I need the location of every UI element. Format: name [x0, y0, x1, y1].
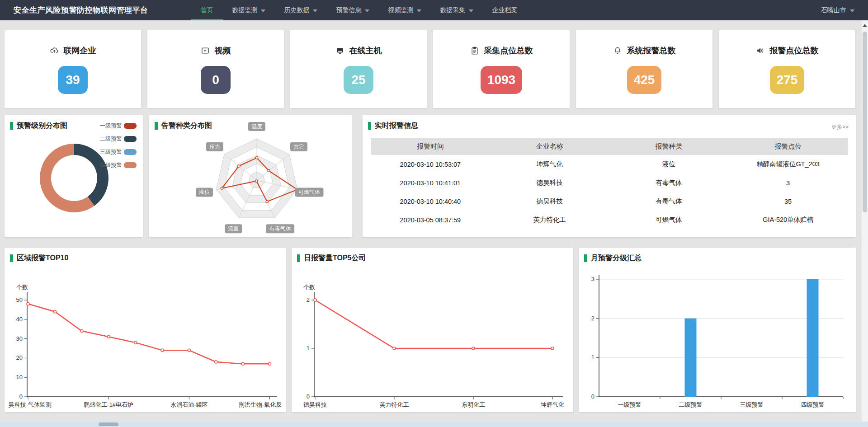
stat-value: 275	[770, 66, 805, 94]
chevron-down-icon	[469, 9, 473, 12]
svg-text:1: 1	[307, 345, 310, 352]
svg-text:0: 0	[19, 393, 23, 400]
svg-text:东明化工: 东明化工	[462, 401, 485, 408]
svg-text:温度: 温度	[251, 123, 262, 130]
table-row: 2020-03-10 10:53:07坤辉气化液位精醇南罐液位GT_203	[371, 155, 848, 174]
stat-card-collection-points: 采集点位总数 1093	[433, 30, 570, 108]
nav-item-data-monitoring[interactable]: 数据监测	[223, 0, 275, 20]
title-bar-accent	[584, 254, 587, 262]
daily-top5-line-chart: 012个数德昊科技英力特化工东明化工坤辉气化	[292, 248, 573, 412]
panel-title: 实时报警信息	[368, 121, 418, 131]
table-row: 2020-03-10 10:41:01德昊科技有毒气体3	[371, 174, 848, 192]
svg-text:英力特化工: 英力特化工	[380, 401, 409, 408]
column-header: 报警种类	[609, 142, 729, 151]
more-link[interactable]: 更多>>	[831, 123, 849, 131]
nav-item-video-monitoring[interactable]: 视频监测	[379, 0, 431, 20]
stat-value: 425	[627, 66, 662, 94]
region-selector[interactable]: 石嘴山市	[821, 0, 868, 20]
nav-item-history-data[interactable]: 历史数据	[275, 0, 327, 20]
vertical-scrollbar[interactable]	[862, 20, 868, 422]
legend-swatch	[124, 162, 137, 168]
stat-card-online-hosts: 在线主机 25	[290, 30, 427, 108]
alert-level-panel: 预警级别分布图 一级预警 二级预警 三级预警 四级预警	[5, 115, 143, 237]
horizontal-scroll-thumb[interactable]	[99, 422, 118, 426]
column-header: 报警点位	[728, 142, 848, 151]
stat-card-connected-enterprises: 联网企业 39	[5, 30, 141, 108]
svg-text:昊科技-气体监测: 昊科技-气体监测	[9, 401, 52, 408]
legend-swatch	[124, 149, 137, 155]
title-bar-accent	[155, 122, 158, 130]
realtime-alarms-panel: 实时报警信息 更多>> 报警时间 企业名称 报警种类 报警点位 2020-03-…	[363, 115, 856, 237]
svg-text:压力: 压力	[209, 144, 220, 150]
scroll-up-arrow-icon[interactable]	[863, 24, 867, 27]
svg-text:坤辉气化: 坤辉气化	[540, 401, 564, 408]
vertical-scroll-thumb[interactable]	[863, 32, 867, 212]
svg-text:液位: 液位	[198, 189, 210, 195]
chevron-down-icon	[313, 9, 317, 12]
panel-title: 告警种类分布图	[155, 121, 212, 131]
stat-label: 报警点位总数	[770, 45, 819, 56]
stat-card-alarm-points: 报警点位总数 275	[719, 30, 855, 108]
svg-text:其它: 其它	[293, 144, 304, 150]
svg-text:鹏盛化工-1#电石炉: 鹏盛化工-1#电石炉	[84, 401, 133, 408]
stat-value: 1093	[481, 66, 522, 94]
title-bar-accent	[368, 122, 371, 130]
svg-text:2: 2	[591, 315, 594, 322]
bell-icon	[613, 46, 622, 55]
column-header: 报警时间	[371, 142, 490, 151]
svg-text:个数: 个数	[303, 284, 315, 291]
video-icon	[201, 46, 210, 55]
pie-legend: 一级预警 二级预警 三级预警 四级预警	[100, 122, 137, 175]
svg-text:德昊科技: 德昊科技	[303, 401, 327, 408]
legend-item-level1[interactable]: 一级预警	[100, 122, 137, 129]
chevron-down-icon	[417, 9, 421, 12]
nav-item-alert-info[interactable]: 预警信息	[327, 0, 379, 20]
chevron-down-icon	[850, 9, 854, 12]
stat-label: 采集点位总数	[484, 45, 533, 56]
svg-text:荆洪生物-氧化反: 荆洪生物-氧化反	[239, 401, 282, 408]
monthly-summary-bar-chart: 0123一级预警二级预警三级预警四级预警	[579, 248, 856, 412]
monitor-icon	[335, 46, 344, 55]
legend-swatch	[124, 136, 137, 142]
legend-item-level3[interactable]: 三级预警	[100, 149, 137, 155]
column-header: 企业名称	[490, 142, 609, 151]
stat-label: 系统报警总数	[627, 45, 676, 56]
app-title: 安全生产风险预警防控物联网管理平台	[0, 0, 148, 20]
region-top10-panel: 区域报警TOP10 01020304050个数昊科技-气体监测鹏盛化工-1#电石…	[5, 248, 286, 412]
stat-label: 在线主机	[349, 45, 382, 56]
stat-value: 39	[58, 66, 88, 94]
nav-item-home[interactable]: 首页	[191, 0, 223, 20]
stat-card-system-alarms: 系统报警总数 425	[576, 30, 712, 108]
monthly-summary-panel: 月预警分级汇总 0123一级预警二级预警三级预警四级预警	[579, 248, 856, 412]
title-bar-accent	[10, 254, 13, 262]
legend-item-level4[interactable]: 四级预警	[100, 162, 137, 168]
legend-swatch	[124, 123, 137, 129]
svg-text:40: 40	[16, 316, 23, 323]
svg-text:四级预警: 四级预警	[801, 401, 825, 408]
cloud-upload-icon	[50, 46, 59, 55]
svg-text:3: 3	[591, 276, 594, 282]
svg-text:可燃气体: 可燃气体	[298, 189, 320, 195]
stat-label: 联网企业	[64, 45, 96, 56]
horizontal-scrollbar[interactable]	[0, 422, 868, 427]
svg-text:10: 10	[16, 374, 23, 380]
svg-text:20: 20	[16, 354, 23, 361]
alarm-table-header: 报警时间 企业名称 报警种类 报警点位	[371, 138, 848, 155]
panel-title: 预警级别分布图	[10, 121, 67, 131]
panel-title: 月预警分级汇总	[584, 253, 642, 263]
svg-text:1: 1	[591, 354, 594, 361]
svg-text:2: 2	[307, 296, 310, 303]
svg-text:50: 50	[16, 296, 23, 303]
legend-item-level2[interactable]: 二级预警	[100, 136, 137, 142]
daily-top5-panel: 日报警量TOP5公司 012个数德昊科技英力特化工东明化工坤辉气化	[292, 248, 573, 412]
nav-item-enterprise-files[interactable]: 企业档案	[483, 0, 527, 20]
chevron-down-icon	[365, 9, 369, 12]
navbar: 安全生产风险预警防控物联网管理平台 首页 数据监测 历史数据 预警信息 视频监测…	[0, 0, 868, 20]
table-row: 2020-03-10 10:40:40德昊科技有毒气体35	[371, 192, 848, 211]
nav-item-data-collection[interactable]: 数据采集	[431, 0, 483, 20]
speaker-icon	[756, 46, 765, 55]
stat-value: 25	[344, 66, 373, 94]
stat-label: 视频	[215, 45, 231, 56]
region-top10-line-chart: 01020304050个数昊科技-气体监测鹏盛化工-1#电石炉永润石油-罐区荆洪…	[5, 248, 286, 412]
svg-text:一级预警: 一级预警	[618, 401, 642, 408]
